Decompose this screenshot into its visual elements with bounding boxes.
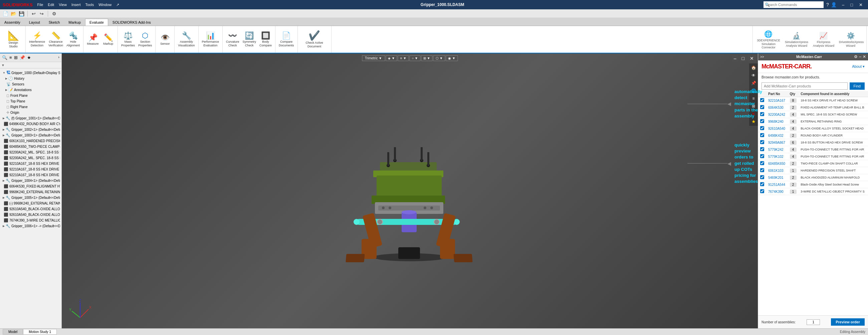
qa-settings[interactable]: ⚙ — [51, 10, 57, 17]
about-link[interactable]: About ▾ — [852, 64, 865, 69]
interference-detection-button[interactable]: ⚡ InterferenceDetection — [28, 30, 46, 50]
performance-evaluation-button[interactable]: 📊 PerformanceEvaluation — [200, 30, 221, 50]
tree-6064k530[interactable]: ⬛ 6064K530_FIXED ALIGNMENT HT-T — [1, 183, 60, 189]
mass-properties-button[interactable]: ⚖️ MassProperties — [120, 30, 136, 50]
tree-gripper1003[interactable]: ▶ 🔧 Gripper_1003<1> (Default<<Defau — [1, 132, 60, 138]
filter-icon[interactable]: 🔍 — [1, 55, 8, 61]
tree-origin[interactable]: ✛ Origin — [1, 110, 60, 115]
part-link-10[interactable]: 6061K103 — [768, 169, 783, 172]
view-light[interactable]: ⬡ ▼ — [433, 56, 445, 61]
tree-top-plane[interactable]: ◻ Top Plane — [1, 98, 60, 104]
star-icon[interactable]: ★ — [26, 55, 32, 61]
body-compare-button[interactable]: 🔲 BodyCompare — [258, 30, 273, 50]
tab-evaluate[interactable]: Evaluate — [85, 19, 108, 26]
viewport-minimize[interactable]: – — [732, 56, 739, 61]
view-trimetric[interactable]: Trimetric ▼ — [362, 56, 385, 61]
part-checkbox-13[interactable] — [760, 189, 764, 193]
simulationxpress-button[interactable]: 🔬 SimulationXpressAnalysis Wizard — [783, 30, 810, 50]
tree-gripper1005[interactable]: ▶ 🔧 Gripper_1005<1> (Default<<Defau — [1, 195, 60, 201]
tab-layout[interactable]: Layout — [25, 19, 44, 26]
tree-92210a167-1[interactable]: ⬛ 92210A167_18-8 SS HEX DRIVE FLA — [1, 161, 60, 167]
find-button[interactable]: Find — [850, 82, 865, 90]
viewport-close[interactable]: ✕ — [748, 56, 756, 61]
part-link-5[interactable]: 6498K432 — [768, 134, 783, 137]
assemblies-quantity-input[interactable] — [807, 319, 820, 325]
part-checkbox-3[interactable] — [760, 119, 764, 123]
tree-7674k390[interactable]: ⬛ 7674K390_3-WIRE DC METALLIC-OI — [1, 217, 60, 223]
tree-92610a540-2[interactable]: ⬛ 92610A540_BLACK-OXIDE ALLOY S — [1, 212, 60, 217]
side-list-icon[interactable]: ≡ — [750, 95, 757, 102]
view-section[interactable]: ○ ▼ — [409, 56, 420, 61]
part-checkbox-10[interactable] — [760, 168, 764, 172]
driveworksxpress-button[interactable]: ⚙️ DriveWorksXpressWizard — [837, 30, 864, 50]
part-checkbox-0[interactable] — [760, 98, 764, 102]
view-shading[interactable]: ◈ ▼ — [385, 56, 397, 61]
tree-gripper1002[interactable]: ▶ 🔧 Gripper_1002<1> (Default<<Defau — [1, 127, 60, 132]
preview-order-button[interactable]: Preview order — [831, 318, 865, 326]
part-checkbox-1[interactable] — [760, 105, 764, 109]
view-grid[interactable]: ⊞ ▼ — [421, 56, 433, 61]
hole-alignment-button[interactable]: 🔩 HoleAlignment — [65, 30, 81, 50]
side-home-icon[interactable]: 🏠 — [750, 64, 757, 71]
qa-undo[interactable]: ↩ — [30, 10, 37, 17]
tree-9968k240[interactable]: ⬛ 9968K240_EXTERNAL RETAINING R — [1, 189, 60, 195]
tree-gripper1001[interactable]: ▶ 🔧 (f) Gripper_1001<1> (Default<<De — [1, 115, 60, 121]
collapse-icon[interactable]: › — [57, 55, 60, 61]
panel-close[interactable]: ✕ — [863, 55, 866, 59]
menu-view[interactable]: View — [57, 2, 69, 8]
view-edges[interactable]: ≡ ▼ — [398, 56, 409, 61]
motion-study-tab[interactable]: Motion Study 1 — [23, 329, 57, 335]
help-icon[interactable]: ? — [826, 2, 829, 7]
feature-tree[interactable]: ▼ 🏗 Gripper_1000 (Default<Display State-… — [0, 68, 61, 328]
tree-sensors[interactable]: 📡 Sensors — [1, 81, 60, 87]
maximize-button[interactable]: □ — [848, 2, 856, 7]
symmetry-check-button[interactable]: 🔄 SymmetryCheck — [241, 30, 258, 50]
tree-front-plane[interactable]: ◻ Front Plane — [1, 93, 60, 98]
list-icon[interactable]: ≡ — [9, 55, 13, 61]
model-tab[interactable]: Model — [3, 329, 23, 335]
tree-92200a242-1[interactable]: ⬛ 92200A242_MIL. SPEC. 18-8 SS SCK — [1, 149, 60, 155]
pin-icon[interactable]: 📌 — [19, 55, 26, 61]
assembly-visualization-button[interactable]: 🔧 AssemblyVisualization — [177, 30, 196, 50]
part-link-6[interactable]: 92949A867 — [768, 141, 785, 144]
part-link-2[interactable]: 92200A242 — [768, 113, 785, 116]
part-checkbox-11[interactable] — [760, 175, 764, 179]
viewport-maximize[interactable]: □ — [740, 56, 746, 61]
menu-window[interactable]: Window — [96, 2, 114, 8]
tree-neg-9968k240[interactable]: ⬛ (-) 9968K240_EXTERNAL RETAINING — [1, 201, 60, 206]
tab-addins[interactable]: SOLIDWORKS Add-Ins — [108, 19, 155, 26]
qa-new[interactable]: 📄 — [2, 10, 9, 17]
tree-history[interactable]: ▶ 🕐 History — [1, 76, 60, 81]
menu-insert[interactable]: Insert — [69, 2, 83, 8]
menu-edit[interactable]: Edit — [46, 2, 56, 8]
panel-settings[interactable]: ⚙ — [854, 55, 858, 59]
measure-button[interactable]: 📌 Measure — [86, 30, 100, 50]
part-link-9[interactable]: 60485K650 — [768, 162, 785, 166]
tree-annotations[interactable]: ▶ 📝 Annotations — [1, 87, 60, 93]
tree-60485k650[interactable]: ⬛ 60485K650_TWO-PIECE CLAMP-ON — [1, 144, 60, 149]
part-link-0[interactable]: 92210A167 — [768, 99, 785, 102]
tree-92200a242-2[interactable]: ⬛ 92200A242_MIL. SPEC. 18-8 SS SCK — [1, 155, 60, 161]
clearance-verification-button[interactable]: 📏 ClearanceVerification — [47, 30, 64, 50]
tree-gripper1004[interactable]: ▶ 🔧 Gripper_1004<1> (Default<<Defau — [1, 178, 60, 183]
tree-right-plane[interactable]: ◻ Right Plane — [1, 104, 60, 110]
side-globe-icon[interactable]: 🌐 — [750, 87, 757, 94]
search-input[interactable] — [764, 1, 824, 8]
view-camera[interactable]: ◉ ▼ — [446, 56, 458, 61]
side-star-icon[interactable]: ★ — [750, 118, 757, 125]
qa-redo[interactable]: ↪ — [38, 10, 45, 17]
part-checkbox-5[interactable] — [760, 133, 764, 137]
tree-92210a167-2[interactable]: ⬛ 92210A167_18-8 SS HEX DRIVE FLA — [1, 167, 60, 172]
part-checkbox-2[interactable] — [760, 112, 764, 116]
tree-gripper1006[interactable]: ▶ 🔧 Gripper_1006<1> -> (Default<<De — [1, 223, 60, 229]
part-checkbox-7[interactable] — [760, 147, 764, 151]
tree-root[interactable]: ▼ 🏗 Gripper_1000 (Default<Display State- — [1, 70, 60, 76]
tree-92210a167-3[interactable]: ⬛ 92210A167_18-8 SS HEX DRIVE FLA — [1, 172, 60, 178]
part-checkbox-9[interactable] — [760, 161, 764, 165]
minimize-button[interactable]: – — [839, 2, 847, 7]
config-icon[interactable]: ⊞ — [13, 55, 18, 61]
side-eye-icon[interactable]: 👁 — [750, 72, 757, 79]
menu-file[interactable]: File — [35, 2, 45, 8]
tree-6498k432[interactable]: ⬛ 6498K432_ROUND BODY AIR CYLIN — [1, 121, 60, 127]
qa-save[interactable]: 💾 — [18, 10, 25, 17]
